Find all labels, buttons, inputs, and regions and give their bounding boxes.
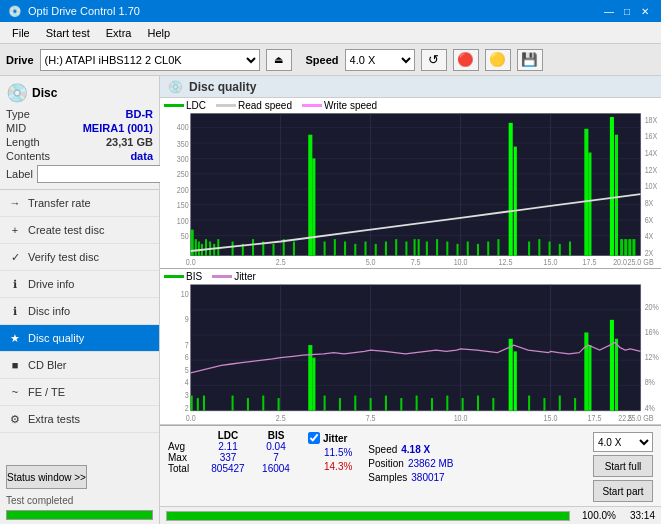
svg-text:50: 50 [181,232,189,242]
refresh-button[interactable]: ↺ [421,49,447,71]
app-title: Opti Drive Control 1.70 [28,5,140,17]
disc-icon: 💿 [6,82,28,104]
menu-start-test[interactable]: Start test [38,25,98,41]
svg-rect-109 [312,358,315,411]
nav-extra-tests[interactable]: ⚙ Extra tests [0,406,159,433]
nav-fe-te-label: FE / TE [28,386,65,398]
svg-rect-119 [278,398,280,411]
save-button[interactable]: 💾 [517,49,543,71]
progress-percent: 100.0% [576,510,616,521]
svg-rect-36 [632,239,635,256]
right-panel: 💿 Disc quality LDC Read speed [160,76,661,524]
eject-button[interactable]: ⏏ [266,49,292,71]
svg-rect-134 [559,396,561,411]
svg-rect-37 [232,242,234,256]
svg-rect-27 [509,123,513,256]
svg-text:4X: 4X [645,232,654,242]
svg-rect-35 [628,239,631,256]
nav-drive-info[interactable]: ℹ Drive info [0,271,159,298]
svg-rect-132 [528,396,530,411]
svg-rect-21 [213,244,215,256]
svg-text:18X: 18X [645,115,658,125]
menu-file[interactable]: File [4,25,38,41]
jitter-checkbox[interactable] [308,432,320,444]
svg-text:250: 250 [177,170,189,180]
total-label: Total [168,463,204,474]
svg-rect-116 [232,396,234,411]
svg-text:400: 400 [177,122,189,132]
action-section: 4.0 X Start full Start part [593,430,653,502]
label-input[interactable] [37,165,170,183]
chart1-svg: 400 350 300 250 200 150 100 50 18X 16X 1… [160,111,661,265]
nav-fe-te[interactable]: ~ FE / TE [0,379,159,406]
total-bis: 16004 [252,463,300,474]
nav-disc-info[interactable]: ℹ Disc info [0,298,159,325]
svg-text:200: 200 [177,185,189,195]
svg-rect-110 [509,339,513,411]
svg-rect-47 [354,244,356,256]
settings-button1[interactable]: 🔴 [453,49,479,71]
nav-verify-test-disc[interactable]: ✓ Verify test disc [0,244,159,271]
svg-rect-39 [252,239,254,256]
svg-rect-62 [538,239,540,256]
svg-text:5: 5 [185,365,189,375]
nav-create-test-disc-label: Create test disc [28,224,104,236]
type-label: Type [6,108,30,120]
svg-rect-122 [354,396,356,411]
length-label: Length [6,136,40,148]
svg-rect-63 [549,242,551,256]
bottom-progress-fill [167,512,569,520]
svg-rect-25 [414,239,416,256]
close-button[interactable]: ✕ [637,3,653,19]
svg-rect-123 [370,398,372,411]
writespeed-legend-label: Write speed [324,100,377,111]
speed-select[interactable]: 4.0 X [345,49,415,71]
svg-text:2.5: 2.5 [276,413,286,421]
svg-rect-93 [191,285,641,411]
svg-rect-58 [477,244,479,256]
svg-rect-112 [584,333,588,411]
type-value: BD-R [126,108,154,120]
svg-rect-16 [195,239,197,256]
svg-text:20.0: 20.0 [613,258,627,265]
nav-transfer-rate[interactable]: → Transfer rate [0,190,159,217]
minimize-button[interactable]: — [601,3,617,19]
max-ldc: 337 [204,452,252,463]
svg-rect-51 [395,239,397,256]
svg-text:20%: 20% [645,302,659,312]
start-full-button[interactable]: Start full [593,455,653,477]
svg-rect-45 [334,239,336,256]
start-part-button[interactable]: Start part [593,480,653,502]
status-window-button[interactable]: Status window >> [6,465,87,489]
speed-value-stat: 4.18 X [401,444,430,455]
samples-label: Samples [368,472,407,483]
nav-cd-bler-label: CD Bler [28,359,67,371]
jitter-legend-label: Jitter [234,271,256,282]
svg-text:4%: 4% [645,403,655,413]
position-value: 23862 MB [408,458,454,469]
svg-rect-60 [497,239,499,256]
nav-cd-bler[interactable]: ■ CD Bler [0,352,159,379]
svg-text:4: 4 [185,378,189,388]
speed-label: Speed [306,54,339,66]
speed-select-stat[interactable]: 4.0 X [593,432,653,452]
svg-text:150: 150 [177,201,189,211]
settings-button2[interactable]: 🟡 [485,49,511,71]
svg-rect-65 [569,242,571,256]
svg-rect-115 [615,339,618,411]
svg-text:8%: 8% [645,378,655,388]
svg-rect-117 [247,398,249,411]
nav-disc-quality[interactable]: ★ Disc quality [0,325,159,352]
readspeed-legend-color [216,104,236,107]
maximize-button[interactable]: □ [619,3,635,19]
menu-extra[interactable]: Extra [98,25,140,41]
bis-legend-label: BIS [186,271,202,282]
svg-rect-24 [312,158,315,255]
nav-create-test-disc[interactable]: + Create test disc [0,217,159,244]
svg-rect-19 [205,239,207,256]
drive-select[interactable]: (H:) ATAPI iHBS112 2 CL0K [40,49,260,71]
svg-rect-28 [514,147,517,256]
nav-transfer-rate-label: Transfer rate [28,197,91,209]
svg-rect-135 [574,398,576,411]
menu-help[interactable]: Help [139,25,178,41]
